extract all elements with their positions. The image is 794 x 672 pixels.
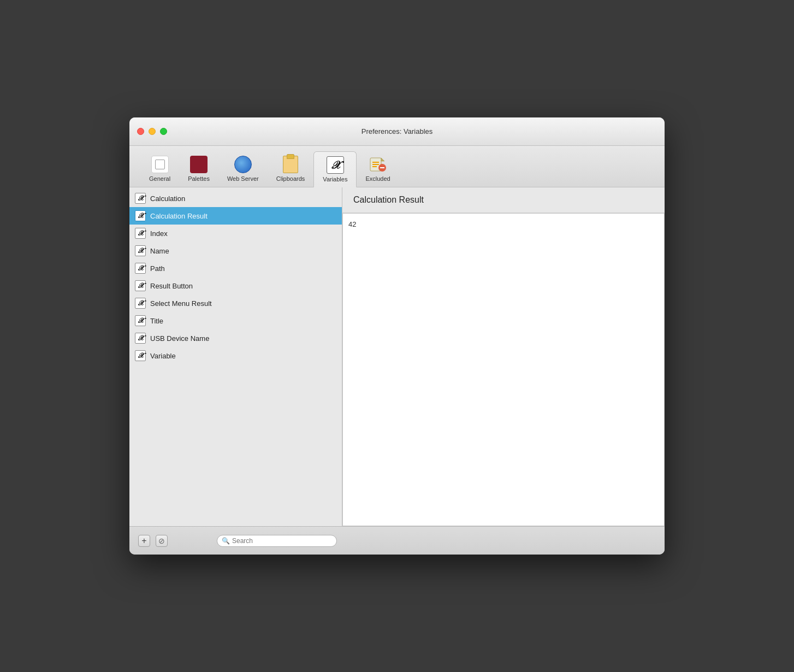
excluded-icon (369, 156, 387, 173)
variable-icon-variable: 𝒳 (135, 350, 146, 361)
remove-button[interactable]: ⊘ (156, 535, 168, 547)
detail-value: 42 (348, 220, 356, 228)
svg-marker-1 (381, 158, 384, 161)
titlebar: Preferences: Variables (129, 117, 665, 146)
clipboard-icon (283, 156, 298, 173)
sidebar-label-calculation: Calculation (150, 194, 185, 203)
sidebar-label-usb-device-name: USB Device Name (150, 334, 209, 343)
detail-panel: Calculation Result 42 (342, 187, 665, 526)
toolbar: General Palettes Web Server Clipboards 𝒳 (129, 146, 665, 187)
detail-content[interactable]: 42 (342, 213, 665, 526)
toolbar-item-palettes[interactable]: Palettes (179, 151, 218, 187)
sidebar-label-index: Index (150, 229, 168, 238)
window-title: Preferences: Variables (362, 127, 433, 135)
variable-icon-title: 𝒳 (135, 315, 146, 326)
minimize-button[interactable] (149, 128, 156, 135)
preferences-window: Preferences: Variables General Palettes … (129, 117, 665, 555)
general-icon (151, 156, 169, 173)
sidebar-item-index[interactable]: 𝒳 Index (129, 225, 342, 242)
variable-icon-result-button: 𝒳 (135, 280, 146, 291)
detail-header: Calculation Result (342, 187, 665, 213)
variable-icon-path: 𝒳 (135, 263, 146, 274)
variables-icon: 𝒳 (327, 156, 344, 174)
toolbar-item-webserver[interactable]: Web Server (218, 151, 268, 187)
sidebar-item-variable[interactable]: 𝒳 Variable (129, 347, 342, 364)
sidebar-item-usb-device-name[interactable]: 𝒳 USB Device Name (129, 329, 342, 347)
maximize-button[interactable] (160, 128, 167, 135)
bottom-bar: + ⊘ 🔍 (129, 526, 665, 555)
sidebar-item-result-button[interactable]: 𝒳 Result Button (129, 277, 342, 294)
close-button[interactable] (137, 128, 144, 135)
variable-icon-select-menu-result: 𝒳 (135, 298, 146, 309)
sidebar-label-variable: Variable (150, 352, 176, 360)
sidebar-item-calculation-result[interactable]: 𝒳 Calculation Result (129, 207, 342, 225)
sidebar-label-title: Title (150, 317, 163, 325)
webserver-icon (234, 156, 252, 173)
sidebar-item-name[interactable]: 𝒳 Name (129, 242, 342, 260)
toolbar-label-variables: Variables (323, 176, 347, 182)
search-icon: 🔍 (222, 537, 230, 545)
variable-icon-calculation: 𝒳 (135, 193, 146, 204)
toolbar-label-webserver: Web Server (227, 175, 259, 182)
toolbar-item-variables[interactable]: 𝒳 Variables (313, 151, 357, 187)
sidebar-label-calculation-result: Calculation Result (150, 212, 208, 220)
sidebar-item-select-menu-result[interactable]: 𝒳 Select Menu Result (129, 294, 342, 312)
sidebar-item-path[interactable]: 𝒳 Path (129, 260, 342, 277)
toolbar-label-palettes: Palettes (188, 175, 210, 182)
toolbar-item-clipboards[interactable]: Clipboards (268, 151, 314, 187)
detail-title: Calculation Result (353, 195, 424, 204)
remove-icon: ⊘ (158, 537, 165, 545)
sidebar-item-calculation[interactable]: 𝒳 Calculation (129, 190, 342, 207)
sidebar-label-name: Name (150, 247, 169, 255)
palettes-icon (190, 156, 208, 173)
sidebar: 𝒳 Calculation 𝒳 Calculation Result 𝒳 Ind… (129, 187, 342, 526)
toolbar-item-general[interactable]: General (140, 151, 179, 187)
sidebar-label-select-menu-result: Select Menu Result (150, 299, 212, 308)
toolbar-label-clipboards: Clipboards (276, 175, 305, 182)
toolbar-label-general: General (149, 175, 170, 182)
add-button[interactable]: + (138, 535, 150, 547)
variable-icon-usb-device-name: 𝒳 (135, 333, 146, 344)
main-content: 𝒳 Calculation 𝒳 Calculation Result 𝒳 Ind… (129, 187, 665, 526)
sidebar-label-path: Path (150, 264, 165, 273)
toolbar-label-excluded: Excluded (365, 175, 390, 182)
variable-icon-calculation-result: 𝒳 (135, 210, 146, 221)
window-controls (137, 128, 167, 135)
variable-icon-index: 𝒳 (135, 228, 146, 239)
variable-icon-name: 𝒳 (135, 245, 146, 256)
sidebar-label-result-button: Result Button (150, 282, 193, 290)
sidebar-item-title[interactable]: 𝒳 Title (129, 312, 342, 329)
search-bar[interactable]: 🔍 (217, 535, 337, 547)
toolbar-item-excluded[interactable]: Excluded (357, 151, 399, 187)
search-input[interactable] (232, 537, 332, 545)
